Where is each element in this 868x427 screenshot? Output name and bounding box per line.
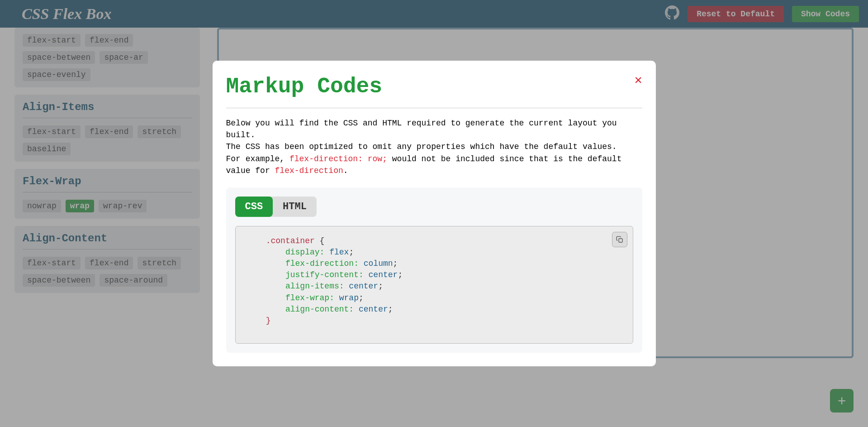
tab-css[interactable]: CSS	[235, 197, 273, 217]
code-tabs: CSS HTML	[235, 197, 317, 217]
modal-title: Markup Codes	[226, 74, 383, 99]
modal-description: Below you will find the CSS and HTML req…	[226, 117, 642, 176]
markup-codes-modal: Markup Codes ✕ Below you will find the C…	[213, 61, 656, 366]
close-icon[interactable]: ✕	[635, 74, 642, 87]
copy-button[interactable]	[612, 232, 627, 247]
tab-html[interactable]: HTML	[273, 197, 317, 217]
copy-icon	[616, 236, 623, 243]
code-output: .container { display: flex; flex-directi…	[235, 226, 633, 344]
modal-overlay[interactable]: Markup Codes ✕ Below you will find the C…	[0, 0, 868, 427]
svg-rect-0	[619, 239, 622, 242]
